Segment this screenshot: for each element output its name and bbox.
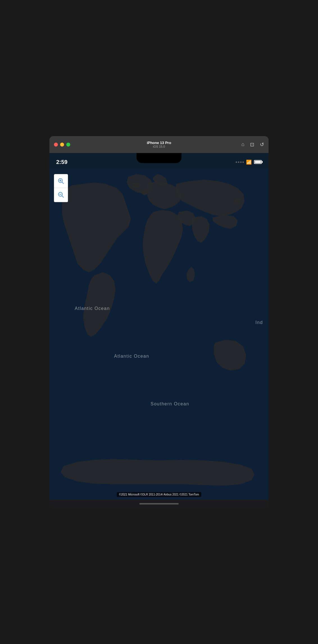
device-os: iOS 15.0 <box>147 145 171 148</box>
signal-indicator <box>236 161 244 163</box>
battery-icon <box>254 160 262 164</box>
zoom-controls <box>54 174 68 202</box>
svg-line-2 <box>62 182 64 184</box>
map-copyright: ©2021 Microsoft ©DLR 2011-2014/ Airbus 2… <box>117 492 201 497</box>
signal-dot-2 <box>238 161 239 163</box>
world-map <box>49 168 269 500</box>
home-icon[interactable]: ⌂ <box>241 141 244 147</box>
home-indicator <box>49 500 269 508</box>
status-time: 2:59 <box>56 159 67 165</box>
titlebar-icons: ⌂ ⊡ ↺ <box>241 141 264 148</box>
notch <box>137 153 181 163</box>
device-info: iPhone 13 Pro iOS 15.0 <box>147 141 171 148</box>
signal-dot-1 <box>236 161 237 163</box>
mac-titlebar: iPhone 13 Pro iOS 15.0 ⌂ ⊡ ↺ <box>49 136 269 153</box>
close-button[interactable] <box>54 143 58 147</box>
maximize-button[interactable] <box>66 143 70 147</box>
home-bar[interactable] <box>139 503 179 504</box>
battery-fill <box>255 161 261 163</box>
status-right-icons: 📶 <box>236 159 262 165</box>
zoom-in-button[interactable] <box>54 174 68 188</box>
mac-window: iPhone 13 Pro iOS 15.0 ⌂ ⊡ ↺ 2:59 📶 <box>49 136 269 508</box>
screenshot-icon[interactable]: ⊡ <box>250 141 254 148</box>
iphone-frame: 2:59 📶 <box>49 153 269 508</box>
svg-line-6 <box>62 196 64 198</box>
mac-window-controls <box>54 143 70 147</box>
wifi-icon: 📶 <box>246 159 252 165</box>
status-bar: 2:59 📶 <box>49 153 269 168</box>
rotate-icon[interactable]: ↺ <box>260 141 264 148</box>
signal-dot-3 <box>240 161 242 163</box>
map-container[interactable]: Atlantic Ocean Atlantic Ocean Southern O… <box>49 168 269 500</box>
device-name: iPhone 13 Pro <box>147 141 171 145</box>
signal-dot-4 <box>242 161 244 163</box>
minimize-button[interactable] <box>60 143 64 147</box>
zoom-out-button[interactable] <box>54 188 68 202</box>
